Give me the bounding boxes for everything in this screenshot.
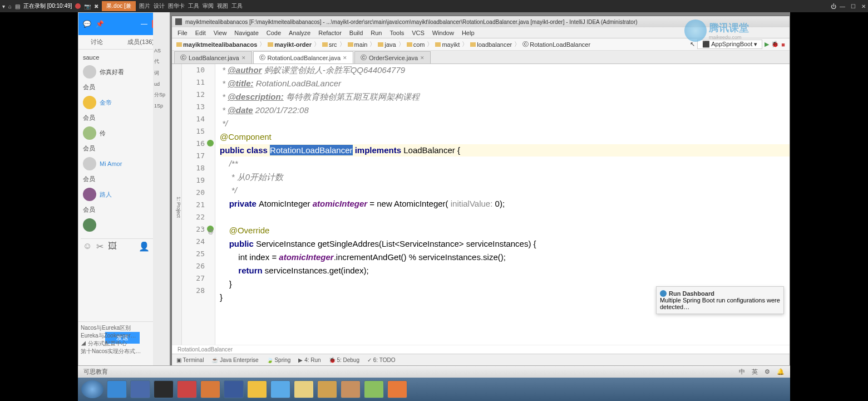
menu-build[interactable]: Build [349, 30, 363, 36]
image-icon[interactable]: 🖼 [108, 241, 117, 247]
chat-item[interactable]: sauce [81, 52, 164, 63]
taskbar-app[interactable] [130, 380, 150, 398]
close-icon[interactable]: ✕ [420, 55, 425, 61]
chat-item[interactable]: Mi Amor [81, 155, 164, 173]
editor-tab[interactable]: ⓒ OrderService.java ✕ [354, 51, 431, 63]
taskbar-app[interactable] [177, 380, 197, 398]
tray-icon[interactable]: ⚙ [765, 368, 770, 375]
camera-icon[interactable]: 📷 [84, 3, 91, 9]
power-icon[interactable]: ⏻ [831, 3, 836, 9]
record-icon[interactable] [75, 3, 81, 9]
menu-file[interactable]: File [177, 30, 188, 36]
footer-item[interactable]: Nacos与Eureka区别 [81, 324, 164, 332]
chat-item[interactable] [81, 216, 164, 234]
info-icon [660, 290, 667, 297]
scissors-icon[interactable]: ✂ [96, 241, 103, 247]
taskbar-app[interactable] [317, 380, 337, 398]
pin-icon[interactable]: 📌 [96, 20, 104, 28]
arrow-icon[interactable]: ▾ [2, 3, 5, 9]
spring-tab[interactable]: 🍃 Spring [267, 357, 291, 363]
min-icon[interactable]: — [141, 20, 147, 28]
crumb[interactable]: java [378, 41, 396, 48]
menu-edit[interactable]: Edit [195, 30, 206, 36]
taskbar-app[interactable] [200, 380, 220, 398]
stop-icon[interactable]: ✖ [94, 3, 98, 9]
menu-item[interactable]: 工具 [231, 2, 243, 10]
taskbar-app[interactable] [294, 380, 314, 398]
close-icon[interactable]: ✕ [241, 55, 246, 61]
close-icon[interactable]: ✕ [343, 55, 347, 61]
run-tab[interactable]: ▶ 4: Run [298, 357, 320, 363]
editor-tab[interactable]: ⓒ LoadBalancer.java ✕ [174, 51, 252, 63]
menu-analyze[interactable]: Analyze [289, 30, 310, 36]
chat-item[interactable]: 路人 [81, 185, 164, 203]
menu-icon[interactable]: ▤ [15, 3, 20, 9]
menu-window[interactable]: Window [432, 30, 454, 36]
menu-view[interactable]: View [214, 30, 227, 36]
chat-item[interactable]: 金帝 [81, 94, 164, 111]
menu-run[interactable]: Run [371, 30, 382, 36]
menu-refactor[interactable]: Refactor [318, 30, 342, 36]
editor-tab[interactable]: ⓒ RotationLoadBalancer.java ✕ [253, 51, 353, 63]
menu-item[interactable]: 审阅 [203, 2, 214, 10]
emoji-icon[interactable]: ☺ [83, 241, 92, 247]
debug-tab[interactable]: 🐞 5: Debug [329, 357, 359, 363]
menu-tools[interactable]: Tools [389, 30, 404, 36]
crumb[interactable]: src [322, 41, 337, 48]
footer-item[interactable]: ◢ 分布式配置中心 [81, 340, 164, 348]
notification-popup[interactable]: Run Dashboard Multiple Spring Boot run c… [656, 286, 784, 314]
taskbar-app[interactable] [341, 380, 361, 398]
taskbar-app[interactable] [107, 380, 127, 398]
menu-navigate[interactable]: Navigate [234, 30, 258, 36]
chat-item[interactable]: 伶 [81, 124, 164, 142]
lang-icon[interactable]: 英 [752, 368, 758, 376]
menu-item[interactable]: 视图 [217, 2, 228, 10]
chat-icon[interactable]: 💬 [83, 20, 91, 28]
chat-item[interactable]: 你真好看 [81, 63, 164, 81]
menu-help[interactable]: Help [462, 30, 475, 36]
crumb[interactable]: mayiktmeitealibabanacos [176, 41, 257, 48]
user-icon[interactable]: 👤 [139, 241, 150, 247]
crumb[interactable]: mayikt [435, 41, 460, 48]
home-icon[interactable]: ⌂ [8, 3, 12, 9]
close-icon[interactable]: ✕ [861, 3, 866, 9]
chat-item[interactable]: 会员 [81, 81, 164, 94]
taskbar-app[interactable] [224, 380, 244, 398]
crumb[interactable]: com [407, 41, 425, 48]
chat-item[interactable]: 会员 [81, 142, 164, 155]
gutter-run-icon[interactable] [207, 140, 214, 146]
todo-tab[interactable]: ✓ 6: TODO [367, 357, 395, 363]
crumb[interactable]: loadbalancer [470, 41, 512, 48]
min-icon[interactable]: — [840, 3, 845, 9]
menu-vcs[interactable]: VCS [412, 30, 425, 36]
doc-tab[interactable]: 果.doc [兼 [102, 1, 135, 11]
menu-item[interactable]: 图华卡 [168, 2, 185, 10]
menu-item[interactable]: 图片 [139, 2, 150, 10]
project-tool-tab[interactable]: 1: Project [172, 64, 182, 345]
structure-breadcrumb[interactable]: RotationLoadBalancer [172, 345, 790, 354]
taskbar-app[interactable] [247, 380, 267, 398]
menu-item[interactable]: 工具 [188, 2, 199, 10]
footer-item[interactable]: Eureka与Zookeeper… [81, 332, 164, 340]
crumb[interactable]: main [348, 41, 368, 48]
java-ee-tab[interactable]: ☕ Java Enterprise [211, 357, 258, 363]
start-button[interactable] [81, 380, 103, 398]
tab-discussion[interactable]: 讨论 [91, 38, 103, 46]
taskbar-app[interactable] [270, 380, 290, 398]
tray-icon[interactable]: 🔔 [777, 368, 785, 375]
menu-code[interactable]: Code [267, 30, 281, 36]
lang-icon[interactable]: 中 [739, 368, 745, 376]
chat-item[interactable]: 会员 [81, 203, 164, 216]
taskbar-app[interactable] [364, 380, 384, 398]
footer-item[interactable]: 第十Nacos实现分布式… [81, 348, 164, 355]
menu-item[interactable]: 设计 [154, 2, 165, 10]
terminal-tab[interactable]: ▣ Terminal [176, 357, 204, 363]
tab-members[interactable]: 成员(136) [127, 38, 154, 46]
taskbar-app[interactable] [154, 380, 174, 398]
max-icon[interactable]: ☐ [851, 3, 856, 9]
crumb[interactable]: mayikt-order [268, 41, 312, 48]
taskbar-app[interactable] [387, 380, 407, 398]
chat-item[interactable]: 会员 [81, 173, 164, 185]
crumb[interactable]: ⓒ RotationLoadBalancer [522, 40, 590, 48]
chat-item[interactable]: 会员 [81, 111, 164, 124]
